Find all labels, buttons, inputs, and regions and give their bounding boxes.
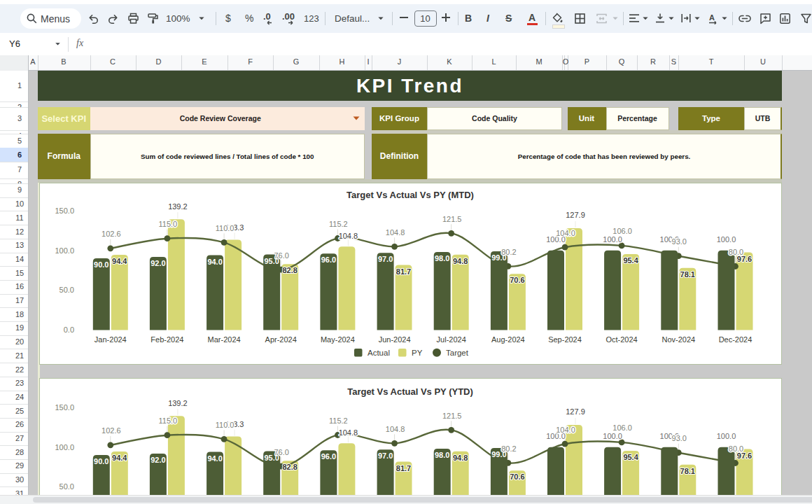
svg-text:94.0: 94.0 xyxy=(207,258,222,266)
svg-text:May-2024: May-2024 xyxy=(320,335,354,344)
svg-text:115.2: 115.2 xyxy=(329,220,348,228)
svg-text:80.2: 80.2 xyxy=(501,444,516,452)
svg-text:100.0: 100.0 xyxy=(716,235,736,244)
svg-text:102.6: 102.6 xyxy=(102,426,121,435)
svg-text:Apr-2024: Apr-2024 xyxy=(265,335,296,344)
svg-text:90.0: 90.0 xyxy=(94,260,108,269)
svg-text:92.0: 92.0 xyxy=(150,259,165,267)
svg-text:50.0: 50.0 xyxy=(59,286,74,294)
svg-text:104.8: 104.8 xyxy=(385,424,405,433)
svg-text:139.2: 139.2 xyxy=(168,202,188,211)
svg-text:94.4: 94.4 xyxy=(112,257,127,265)
svg-text:80.0: 80.0 xyxy=(728,444,743,453)
svg-text:104.0: 104.0 xyxy=(556,229,575,237)
svg-text:Mar-2024: Mar-2024 xyxy=(207,335,240,344)
svg-text:100.0: 100.0 xyxy=(55,442,74,451)
svg-text:Dec-2024: Dec-2024 xyxy=(718,335,752,344)
svg-text:94.8: 94.8 xyxy=(452,257,467,265)
svg-text:94.8: 94.8 xyxy=(452,453,467,461)
svg-text:50.0: 50.0 xyxy=(59,482,74,491)
svg-text:81.7: 81.7 xyxy=(396,463,410,472)
svg-text:106.0: 106.0 xyxy=(612,424,632,432)
svg-text:110.0: 110.0 xyxy=(215,420,234,428)
svg-text:Target Vs Actual Vs PY (YTD): Target Vs Actual Vs PY (YTD) xyxy=(347,386,473,397)
svg-text:115.0: 115.0 xyxy=(158,220,177,228)
svg-text:78.1: 78.1 xyxy=(680,466,694,475)
svg-text:Target: Target xyxy=(446,349,469,357)
svg-text:PY: PY xyxy=(412,349,423,357)
svg-text:76.0: 76.0 xyxy=(274,251,288,260)
svg-text:Aug-2024: Aug-2024 xyxy=(491,335,525,344)
svg-text:A: A xyxy=(709,13,715,22)
svg-text:150.0: 150.0 xyxy=(55,206,74,215)
svg-text:70.6: 70.6 xyxy=(510,472,524,481)
svg-text:94.4: 94.4 xyxy=(112,454,127,462)
svg-text:100.0: 100.0 xyxy=(716,431,736,440)
svg-text:104.0: 104.0 xyxy=(556,425,575,433)
svg-text:82.8: 82.8 xyxy=(282,266,297,274)
svg-text:80.0: 80.0 xyxy=(728,248,743,256)
svg-text:106.0: 106.0 xyxy=(612,227,632,235)
svg-text:Nov-2024: Nov-2024 xyxy=(662,335,695,344)
svg-text:98.0: 98.0 xyxy=(434,254,449,262)
svg-text:95.4: 95.4 xyxy=(623,453,638,461)
svg-text:96.0: 96.0 xyxy=(321,452,335,461)
svg-text:104.8: 104.8 xyxy=(338,232,358,240)
svg-text:104.8: 104.8 xyxy=(338,428,358,437)
svg-text:100.0: 100.0 xyxy=(603,431,622,440)
svg-text:Actual: Actual xyxy=(368,349,390,357)
svg-text:115.2: 115.2 xyxy=(329,416,348,425)
svg-text:150.0: 150.0 xyxy=(55,402,74,411)
svg-text:121.5: 121.5 xyxy=(442,215,461,223)
svg-text:Target Vs Actual Vs PY (MTD): Target Vs Actual Vs PY (MTD) xyxy=(346,190,474,200)
svg-text:Feb-2024: Feb-2024 xyxy=(150,335,183,344)
svg-text:102.6: 102.6 xyxy=(102,230,121,238)
svg-text:80.2: 80.2 xyxy=(501,248,516,256)
svg-text:104.8: 104.8 xyxy=(385,228,405,237)
svg-text:78.1: 78.1 xyxy=(680,270,694,279)
svg-text:0.0: 0.0 xyxy=(63,326,74,334)
svg-text:90.0: 90.0 xyxy=(94,457,108,465)
svg-text:Oct-2024: Oct-2024 xyxy=(606,335,637,344)
svg-text:Jul-2024: Jul-2024 xyxy=(436,335,465,344)
svg-text:96.0: 96.0 xyxy=(321,255,335,264)
svg-text:127.9: 127.9 xyxy=(566,211,585,219)
svg-text:115.0: 115.0 xyxy=(158,416,177,425)
svg-text:Sep-2024: Sep-2024 xyxy=(548,335,582,344)
svg-text:97.0: 97.0 xyxy=(377,255,392,263)
svg-text:Jun-2024: Jun-2024 xyxy=(378,335,410,344)
svg-text:100.0: 100.0 xyxy=(55,246,74,255)
svg-text:94.0: 94.0 xyxy=(207,454,222,462)
svg-text:95.4: 95.4 xyxy=(623,256,638,265)
svg-text:76.0: 76.0 xyxy=(274,447,288,456)
svg-text:Jan-2024: Jan-2024 xyxy=(94,335,126,344)
svg-text:93.0: 93.0 xyxy=(671,434,686,442)
svg-text:70.6: 70.6 xyxy=(510,276,524,284)
svg-text:98.0: 98.0 xyxy=(434,451,449,459)
svg-text:127.9: 127.9 xyxy=(566,407,585,416)
svg-text:93.0: 93.0 xyxy=(671,237,686,246)
svg-text:92.0: 92.0 xyxy=(150,455,165,463)
svg-text:82.8: 82.8 xyxy=(282,463,297,471)
svg-text:97.0: 97.0 xyxy=(377,451,392,460)
svg-text:110.0: 110.0 xyxy=(215,224,234,232)
svg-text:139.2: 139.2 xyxy=(168,399,188,407)
svg-text:81.7: 81.7 xyxy=(396,267,410,276)
svg-text:100.0: 100.0 xyxy=(603,235,622,244)
svg-text:121.5: 121.5 xyxy=(442,411,461,419)
